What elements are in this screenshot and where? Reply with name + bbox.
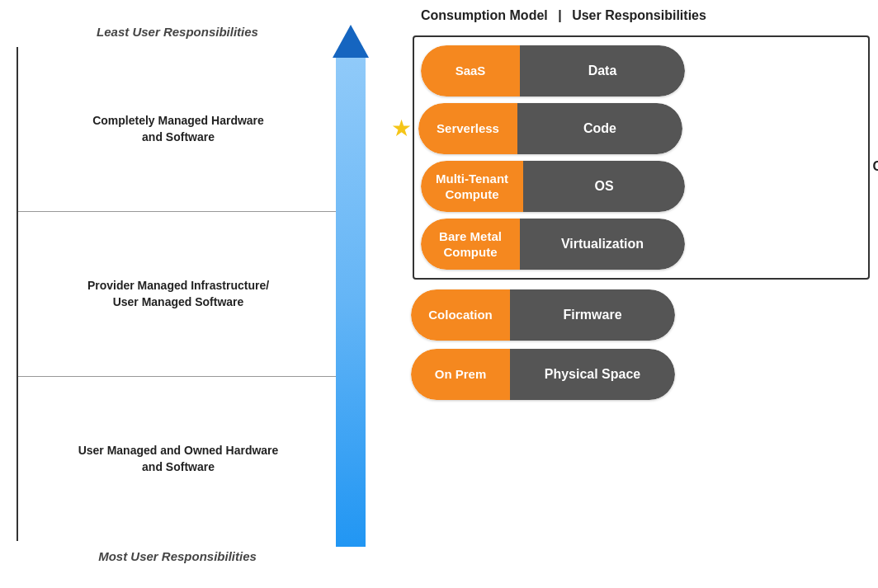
- bottom-section-text: User Managed and Owned Hardwareand Softw…: [35, 443, 322, 475]
- multi-tenant-right-label: OS: [594, 179, 613, 194]
- serverless-pill: Serverless Code: [418, 103, 682, 154]
- on-prem-pill: On Prem Physical Space: [411, 349, 675, 400]
- right-panel: Consumption Model | User Responsibilitie…: [355, 0, 878, 588]
- bare-metal-right-label: Virtualization: [561, 237, 644, 252]
- colocation-right-label: Firmware: [563, 308, 621, 322]
- on-prem-right-label: Physical Space: [545, 367, 641, 382]
- bare-metal-pill-right: Virtualization: [520, 219, 685, 270]
- on-prem-pill-left: On Prem: [411, 349, 510, 400]
- on-prem-row: On Prem Physical Space: [413, 349, 870, 400]
- main-container: Least User Responsibilities Completely M…: [0, 0, 878, 588]
- right-header: Consumption Model | User Responsibilitie…: [413, 8, 870, 23]
- on-prem-pill-right: Physical Space: [510, 349, 675, 400]
- bare-metal-label: Bare MetalCompute: [439, 228, 502, 261]
- middle-section-text: Provider Managed Infrastructure/User Man…: [35, 278, 322, 310]
- cloud-computing-label: Cloud Computing: [873, 139, 878, 176]
- colocation-pill: Colocation Firmware: [411, 289, 675, 341]
- serverless-right-label: Code: [583, 121, 616, 136]
- bare-metal-pill-left: Bare MetalCompute: [421, 219, 520, 270]
- on-prem-label: On Prem: [435, 366, 487, 383]
- multi-tenant-pill-right: OS: [523, 161, 685, 212]
- multi-tenant-pill-left: Multi-TenantCompute: [421, 161, 523, 212]
- colocation-row: Colocation Firmware: [413, 289, 870, 341]
- right-content: SaaS Data ★ Serverless: [413, 35, 870, 408]
- saas-pill: SaaS Data: [421, 45, 685, 96]
- multi-tenant-pill: Multi-TenantCompute OS: [421, 161, 685, 212]
- serverless-pill-left: Serverless: [418, 103, 517, 154]
- bare-metal-pill: Bare MetalCompute Virtualization: [421, 219, 685, 270]
- header-divider: |: [558, 8, 561, 23]
- multi-tenant-label: Multi-TenantCompute: [436, 171, 508, 203]
- most-label: Most User Responsibilities: [17, 549, 338, 563]
- bare-metal-row: Bare MetalCompute Virtualization: [422, 219, 860, 270]
- saas-label: SaaS: [456, 63, 486, 79]
- saas-right-label: Data: [588, 64, 617, 78]
- left-sections: Completely Managed Hardwareand Software …: [17, 47, 338, 541]
- middle-section: Provider Managed Infrastructure/User Man…: [18, 212, 338, 377]
- serverless-pill-right: Code: [517, 103, 682, 154]
- user-responsibilities-label: User Responsibilities: [572, 8, 706, 22]
- cloud-box: SaaS Data ★ Serverless: [413, 35, 870, 280]
- saas-pill-right: Data: [520, 45, 685, 96]
- top-section-text: Completely Managed Hardwareand Software: [35, 113, 322, 145]
- colocation-pill-right: Firmware: [510, 289, 675, 341]
- star-icon: ★: [391, 117, 412, 140]
- consumption-model-label: Consumption Model: [421, 8, 548, 22]
- colocation-pill-left: Colocation: [411, 289, 510, 341]
- bottom-section: User Managed and Owned Hardwareand Softw…: [18, 377, 338, 541]
- left-panel: Least User Responsibilities Completely M…: [0, 0, 355, 588]
- multi-tenant-row: Multi-TenantCompute OS: [422, 161, 860, 212]
- serverless-label: Serverless: [437, 120, 499, 137]
- serverless-row: ★ Serverless Code: [422, 103, 860, 154]
- least-label: Least User Responsibilities: [17, 25, 338, 39]
- colocation-label: Colocation: [428, 307, 493, 323]
- top-section: Completely Managed Hardwareand Software: [18, 47, 338, 212]
- saas-row: SaaS Data: [422, 45, 860, 96]
- saas-pill-left: SaaS: [421, 45, 520, 96]
